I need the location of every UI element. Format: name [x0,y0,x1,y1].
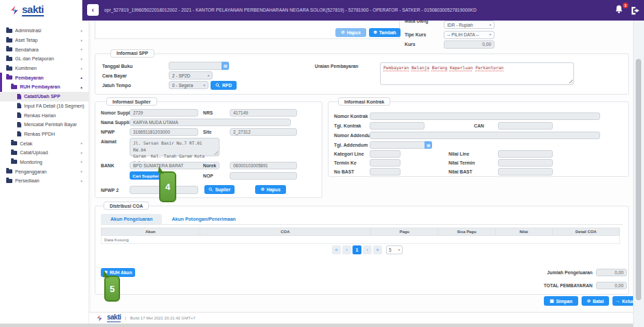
tipe-kurs-select[interactable]: -- PILIH DATA --▾ [444,31,494,39]
sidebar-item-bendahara[interactable]: Bendahara▾ [0,45,89,54]
vertical-scrollbar[interactable] [633,21,644,327]
nomor-supplier-input[interactable]: 2729 [130,109,198,117]
folder-icon [6,38,12,43]
logout-icon[interactable] [630,5,641,16]
tab-akun-potongan-penerimaan[interactable]: Akun Potongan/Penerimaan [162,214,245,224]
nama-supplier-input[interactable]: KARYA MUDA UTAMA [130,119,291,126]
no-bast-label: No BAST [334,169,354,174]
norek-input[interactable]: 06000103005891 [230,162,297,169]
sidebar-item-monitoring[interactable]: Monitoring▾ [0,158,89,167]
nrs-input[interactable]: 417149 [230,109,297,117]
notifications-bell-icon[interactable]: 3 [615,4,627,16]
sidebar-item-input-fa-detail[interactable]: Input FA Detail (16 Segmen) [0,101,89,111]
tgl-addendum-input[interactable] [370,141,432,149]
sidebar-item-label: Penganggaran [15,169,47,174]
tgl-kontrak-label: Tgl. Kontrak [334,123,361,128]
ban-circle-icon: ⊘ [261,187,264,192]
sidebar-item-administrasi[interactable]: Administrasi▾ [0,26,89,36]
folder-icon [11,151,17,155]
tutorial-step-5-marker: 5 [104,276,120,302]
cara-bayar-select[interactable]: 2 - SP2D▾ [169,71,213,80]
total-pembayaran-input[interactable]: 0,00 [596,282,627,289]
calendar-icon[interactable]: ▦ [425,141,432,149]
sidebar-item-label: Catat/Ubah SPP [24,94,60,99]
chevron-down-icon: ▾ [80,151,82,155]
nilai-line-input[interactable] [498,150,553,158]
nilai-bast-input[interactable] [498,168,553,175]
page-size-select[interactable]: 5▾ [386,245,403,254]
cari-supplier-button[interactable]: Cari Supplier [130,171,162,180]
uraian-pembayaran-textarea[interactable]: Pembayaran Belanja Barang Keperluan Perk… [380,62,574,85]
sidebar-item-mencatat-perintah-bayar[interactable]: Mencatat Perintah Bayar [0,120,89,130]
page-1-button[interactable]: 1 [353,245,361,254]
kategori-line-input[interactable] [370,150,401,158]
calendar-icon[interactable]: ▦ [222,62,229,70]
tambah-line-button[interactable]: ⊕Tambah [369,28,401,37]
chevron-up-icon: ▴ [80,85,82,89]
save-icon: ▣ [550,299,554,304]
nop-input[interactable] [230,172,297,180]
mata-uang-select[interactable]: IDR - Rupiah▾ [444,21,494,29]
informasi-kontrak-panel: Informasi Kontrak Nomor Kontrak Tgl. Kon… [328,101,629,177]
file-icon [17,112,21,118]
sidebar-item-persediaan[interactable]: Persediaan▾ [0,176,89,186]
sidebar-item-label: Renkas Harian [24,113,56,118]
batal-button[interactable]: ⊘Batal [582,296,609,306]
sidebar-item-gl-dan-pelaporan[interactable]: GL dan Pelaporan▾ [0,54,89,64]
back-button[interactable]: ‹ [87,4,99,16]
sidebar-item-ruh-pembayaran[interactable]: RUH Pembayaran▴ [0,82,89,92]
tab-akun-pengeluaran[interactable]: Akun Pengeluaran [101,214,162,224]
chevron-down-icon: ▾ [80,38,82,43]
sidebar-item-pembayaran[interactable]: Pembayaran▴ [0,73,89,82]
coa-table: Akun COA Pagu Sisa Pagu Nilai Detail COA… [101,228,620,244]
simpan-button[interactable]: ▣Simpan [544,296,578,306]
jumlah-pengeluaran-input[interactable]: 0,00 [596,269,627,276]
folder-icon [6,57,12,61]
sidebar-item-penganggaran[interactable]: Penganggaran▾ [0,167,89,176]
page-first-button[interactable]: « [332,245,341,254]
nomor-kontrak-input[interactable] [370,112,600,120]
hapus-line-button[interactable]: ⊘Hapus [335,28,366,37]
nilai-bast-label: Nilai BAST [449,169,473,174]
suplier-search-button[interactable]: Suplier [204,185,235,194]
sidebar-item-aset-tetap[interactable]: Aset Tetap▾ [0,36,89,45]
no-bast-input[interactable] [370,168,401,175]
sidebar-item-label: Persediaan [15,178,39,183]
page-last-button[interactable]: » [373,245,382,254]
distribusi-coa-legend: Distribusi COA [104,202,149,210]
sidebar-item-renkas-harian[interactable]: Renkas Harian [0,110,89,120]
termin-ke-input[interactable] [370,159,401,167]
npwp-input[interactable]: 316651181203000 [130,128,198,136]
hapus-supplier-button[interactable]: ⊘Hapus [255,185,286,194]
nomor-addendum-input[interactable] [370,132,600,139]
site-input[interactable]: 2_27312 [230,128,297,136]
folder-icon [6,169,12,173]
jatuh-tempo-label: Jatuh Tempo [102,83,131,88]
sidebar-item-catat-upload[interactable]: Catat/Upload▾ [0,148,89,158]
sidebar-item-catat-ubah-spp[interactable]: Catat/Ubah SPP [0,92,89,101]
folder-icon [11,141,17,145]
nilai-termin-input[interactable] [498,159,553,167]
sidebar-item-komitmen[interactable]: Komitmen▾ [0,64,89,73]
kategori-line-label: Kategori Line [334,152,363,156]
cara-bayar-label: Cara Bayar [102,73,127,78]
tgl-addendum-label: Tgl. Addendum [334,143,368,147]
informasi-suplier-panel: Informasi Suplier Nomor Supplier 2729 NR… [95,101,322,198]
kurs-input[interactable]: 0,00 [444,40,494,49]
rpd-button[interactable]: RPD [211,81,237,90]
termin-ke-label: Termin Ke [334,160,357,165]
tanggal-buku-group: ▦ [169,62,229,70]
page-next-button[interactable]: › [363,245,372,254]
chevron-down-icon: ▾ [80,29,82,33]
tanggal-buku-input[interactable] [169,62,229,70]
tgl-kontrak-input[interactable] [370,122,425,130]
chevron-down-icon: ▾ [80,47,82,51]
sidebar-item-renkas-ppdh[interactable]: Renkas PPDH [0,130,89,139]
can-input[interactable] [498,122,553,130]
alamat-textarea[interactable]: Jl. Sersan Basir No.7 RT.01 RW.04 Garam … [130,138,219,156]
scrollbar-thumb[interactable] [636,59,641,300]
page-prev-button[interactable]: ‹ [342,245,351,254]
jatuh-tempo-select[interactable]: 0 - Segera▾ [169,81,208,89]
sidebar-item-cetak[interactable]: Cetak▾ [0,138,89,148]
chevron-down-icon: ▾ [490,23,491,27]
